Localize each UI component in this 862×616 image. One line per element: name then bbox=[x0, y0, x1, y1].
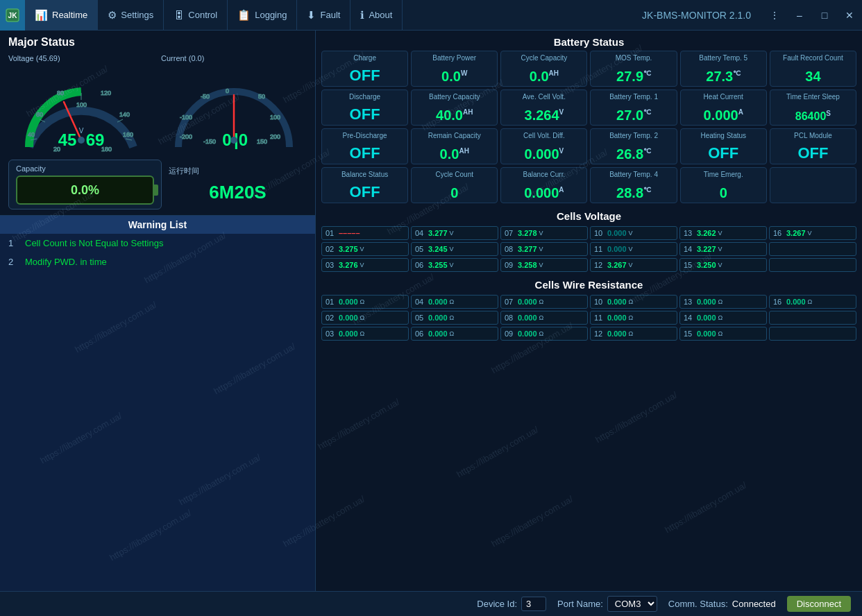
status-cell-value-17: OFF bbox=[797, 146, 828, 161]
res-val-5: 0.000 bbox=[786, 298, 806, 306]
cells-voltage-section: Cells Voltage 01–––––043.277V073.278V100… bbox=[321, 209, 856, 272]
battery-status-section: Battery Status ChargeOFFBattery Power0.0… bbox=[321, 35, 856, 203]
runtime-label: 运行时间 bbox=[169, 166, 199, 176]
res-val-4: 0.000 bbox=[697, 298, 716, 306]
svg-text:200: 200 bbox=[270, 133, 280, 140]
voltage-cell-15: 123.267V bbox=[590, 258, 677, 272]
cell-num-2: 07 bbox=[505, 229, 516, 237]
svg-text:60: 60 bbox=[36, 111, 43, 118]
device-id-input[interactable] bbox=[521, 597, 546, 611]
cell-val-0: ––––– bbox=[339, 229, 360, 237]
status-cell-value-1: 0.0W bbox=[441, 69, 467, 83]
status-cell-value-6: OFF bbox=[350, 107, 380, 122]
status-cell-label-14: Cell Volt. Diff. bbox=[523, 132, 565, 140]
voltage-cell-0: 01––––– bbox=[321, 226, 409, 240]
res-num-1: 04 bbox=[415, 298, 426, 306]
status-cell-label-8: Ave. Cell Volt. bbox=[523, 93, 566, 101]
status-cell-value-18: OFF bbox=[350, 185, 380, 200]
voltage-cell-12: 033.276V bbox=[321, 258, 409, 272]
svg-text:0: 0 bbox=[226, 87, 229, 94]
status-cell-label-15: Battery Temp. 2 bbox=[609, 132, 658, 140]
svg-text:V: V bbox=[79, 127, 84, 135]
tab-about[interactable]: ℹ About bbox=[350, 0, 403, 31]
status-cell-value-21: 28.8℃ bbox=[616, 186, 651, 200]
cells-resistance-section: Cells Wire Resistance 010.000Ω040.000Ω07… bbox=[321, 277, 856, 341]
port-name-select[interactable]: COM3 bbox=[607, 596, 657, 612]
cell-num-16: 15 bbox=[684, 261, 695, 269]
tab-fault[interactable]: ⬇ Fault bbox=[297, 0, 350, 31]
res-val-14: 0.000 bbox=[518, 330, 537, 338]
status-cell-label-4: Battery Temp. 5 bbox=[699, 54, 747, 62]
tab-logging[interactable]: 📋 Logging bbox=[228, 0, 297, 31]
voltage-cell-2: 073.278V bbox=[500, 226, 588, 240]
cell-num-7: 05 bbox=[415, 245, 426, 253]
warning-item-1: 1 Cell Count is Not Equal to Settings bbox=[0, 234, 315, 253]
disconnect-button[interactable]: Disconnect bbox=[787, 596, 851, 612]
minimize-button[interactable]: – bbox=[787, 0, 812, 31]
cells-voltage-title: Cells Voltage bbox=[321, 209, 856, 225]
voltage-cell-4: 133.262V bbox=[679, 226, 767, 240]
status-cell-value-10: 0.000A bbox=[704, 108, 743, 122]
battery-status-cell-4: Battery Temp. 527.3℃ bbox=[680, 51, 767, 87]
maximize-button[interactable]: □ bbox=[812, 0, 837, 31]
battery-status-cell-0: ChargeOFF bbox=[321, 51, 408, 87]
status-cell-value-5: 34 bbox=[805, 69, 820, 83]
svg-text:45: 45 bbox=[58, 130, 77, 149]
status-cell-label-20: Balance Curr. bbox=[523, 171, 566, 179]
cell-num-1: 04 bbox=[415, 229, 426, 237]
res-num-13: 06 bbox=[415, 330, 426, 338]
svg-text:-50: -50 bbox=[201, 93, 210, 100]
warning-num-2: 2 bbox=[8, 257, 19, 267]
voltage-cell-17 bbox=[769, 258, 856, 272]
titlebar: JK 📊 Realtime ⚙ Settings 🎛 Control 📋 Log… bbox=[0, 0, 862, 31]
close-button[interactable]: ✕ bbox=[837, 0, 862, 31]
svg-text:-200: -200 bbox=[180, 133, 192, 140]
warning-list: Warning List 1 Cell Count is Not Equal t… bbox=[0, 215, 315, 591]
status-cell-label-3: MOS Temp. bbox=[616, 54, 652, 62]
res-num-15: 12 bbox=[594, 330, 605, 338]
runtime-value: 6M20S bbox=[209, 182, 266, 203]
status-cell-label-17: PCL Module bbox=[794, 132, 832, 140]
status-cell-value-14: 0.000V bbox=[525, 147, 564, 161]
cell-num-13: 06 bbox=[415, 261, 426, 269]
resistance-cell-3: 100.000Ω bbox=[590, 295, 677, 309]
tab-settings[interactable]: ⚙ Settings bbox=[98, 0, 164, 31]
res-val-6: 0.000 bbox=[339, 314, 358, 322]
svg-point-20 bbox=[78, 137, 85, 144]
battery-status-cell-3: MOS Temp.27.9℃ bbox=[590, 51, 677, 87]
res-num-5: 16 bbox=[773, 298, 784, 306]
status-cell-label-18: Balance Status bbox=[341, 171, 388, 179]
cell-val-4: 3.262 bbox=[697, 229, 716, 237]
comm-status-label: Comm. Status: bbox=[668, 599, 728, 609]
tab-realtime[interactable]: 📊 Realtime bbox=[25, 0, 98, 31]
res-num-16: 15 bbox=[684, 330, 695, 338]
res-num-4: 13 bbox=[684, 298, 695, 306]
cell-num-10: 14 bbox=[684, 245, 695, 253]
tab-control[interactable]: 🎛 Control bbox=[164, 0, 228, 31]
voltage-speedometer: 100 60 40 140 160 80 120 20 180 V bbox=[15, 64, 147, 154]
status-cell-value-2: 0.0AH bbox=[530, 69, 559, 83]
control-icon: 🎛 bbox=[174, 9, 184, 21]
capacity-label: Capacity bbox=[16, 164, 46, 173]
app-title: JK-BMS-MONITOR 2.1.0 bbox=[631, 10, 762, 21]
status-cell-label-13: Remain Capacity bbox=[428, 132, 481, 140]
status-cell-value-12: OFF bbox=[350, 146, 380, 161]
about-icon: ℹ bbox=[360, 9, 364, 22]
realtime-icon: 📊 bbox=[35, 9, 48, 22]
res-num-2: 07 bbox=[505, 298, 516, 306]
voltage-cell-3: 100.000V bbox=[590, 226, 677, 240]
status-cell-label-7: Battery Capacity bbox=[429, 93, 480, 101]
res-val-0: 0.000 bbox=[339, 298, 358, 306]
res-num-0: 01 bbox=[326, 298, 337, 306]
res-num-12: 03 bbox=[326, 330, 337, 338]
resistance-cell-7: 050.000Ω bbox=[411, 311, 498, 325]
menu-button[interactable]: ⋮ bbox=[762, 0, 787, 31]
resistance-cell-16: 150.000Ω bbox=[679, 327, 767, 341]
svg-text:-150: -150 bbox=[203, 138, 216, 145]
battery-status-grid: ChargeOFFBattery Power0.0WCycle Capacity… bbox=[321, 51, 856, 203]
res-num-8: 08 bbox=[505, 314, 516, 322]
res-val-12: 0.000 bbox=[339, 330, 358, 338]
status-cell-label-21: Battery Temp. 4 bbox=[609, 171, 658, 179]
status-cell-label-1: Battery Power bbox=[432, 54, 476, 62]
fault-icon: ⬇ bbox=[307, 9, 316, 22]
